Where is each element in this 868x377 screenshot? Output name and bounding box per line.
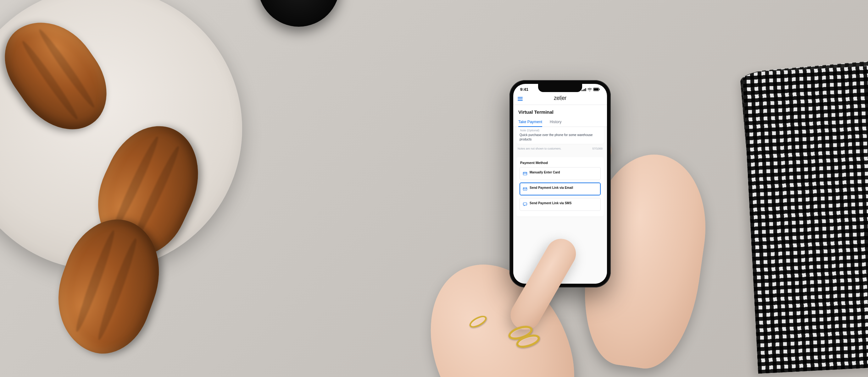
wifi-icon: [587, 88, 592, 91]
payment-method-label: Send Payment Link via Email: [530, 186, 573, 190]
svg-rect-1: [583, 90, 584, 91]
tab-history[interactable]: History: [550, 118, 561, 127]
payment-method-manual-card[interactable]: Manually Enter Card: [520, 167, 601, 180]
cellular-signal-icon: [582, 88, 586, 91]
checkered-cloth-prop: [743, 66, 868, 374]
svg-rect-2: [584, 89, 585, 91]
payment-method-label: Manually Enter Card: [530, 171, 560, 175]
email-icon: [523, 186, 527, 192]
status-time: 9:41: [520, 87, 528, 92]
menu-icon[interactable]: [518, 97, 523, 101]
svg-rect-7: [523, 172, 527, 175]
svg-rect-6: [599, 89, 600, 90]
page-title: Virtual Terminal: [513, 105, 607, 118]
sms-icon: [523, 202, 527, 207]
note-field[interactable]: Quick purchase over the phone for some w…: [520, 133, 601, 141]
phone-notch: [538, 84, 582, 92]
svg-rect-5: [594, 88, 598, 91]
app-header: zeler: [513, 94, 607, 105]
svg-rect-0: [582, 90, 583, 91]
brand-logo: zeler: [554, 95, 566, 101]
note-char-counter: 57/1000: [592, 147, 602, 150]
coffee-cup-prop: [258, 0, 340, 27]
payment-method-sms-link[interactable]: Send Payment Link via SMS: [520, 198, 601, 211]
tabs: Take Payment History: [513, 118, 607, 127]
note-hint: Notes are not shown to customers.: [518, 147, 561, 150]
payment-method-title: Payment Method: [520, 161, 601, 165]
payment-method-section: Payment Method Manually Enter Card Send …: [517, 157, 604, 216]
tab-take-payment[interactable]: Take Payment: [518, 118, 542, 127]
battery-icon: [593, 88, 600, 91]
note-card: Note (Optional) Quick purchase over the …: [517, 127, 604, 144]
note-field-label: Note (Optional): [520, 129, 601, 132]
svg-rect-3: [585, 88, 586, 91]
payment-method-email-link[interactable]: Send Payment Link via Email: [520, 182, 601, 196]
note-meta: Notes are not shown to customers. 57/100…: [513, 144, 607, 152]
svg-rect-8: [523, 173, 527, 173]
payment-method-label: Send Payment Link via SMS: [530, 201, 571, 205]
card-icon: [523, 171, 527, 177]
